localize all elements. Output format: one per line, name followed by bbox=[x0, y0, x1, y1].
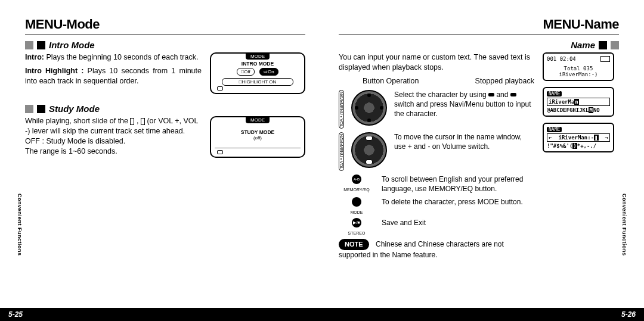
wheel-label-icon: NAVI•MENU • VOL bbox=[339, 132, 344, 171]
page-title-right: MENU-Name bbox=[339, 17, 619, 32]
mode-button-icon bbox=[352, 197, 361, 207]
divider bbox=[25, 35, 305, 35]
lcd-name-entry-2: NAME ←iRiverMan:-❚→ !"#$%&'()*+,-./ bbox=[543, 123, 614, 152]
play-button-icon: ▶/■ bbox=[352, 218, 361, 227]
button-operation-label: Button Operation bbox=[363, 76, 419, 86]
page-footer-right: 5-26 bbox=[322, 308, 644, 321]
ab-button-icon: A-B bbox=[352, 174, 361, 184]
nav-wheel-icon bbox=[351, 132, 387, 168]
memory-eq-label: MEMORY/EQ bbox=[343, 188, 369, 192]
section-name: Name bbox=[339, 40, 619, 50]
stereo-label: STEREO bbox=[348, 231, 366, 235]
lcd-name-entry-1: NAME iRiverMan @ABCDEFGHIJKLMNO bbox=[543, 87, 614, 117]
nav-wheel-icon bbox=[351, 90, 387, 126]
note-row: NOTE Chinese and Chinese characters are … bbox=[339, 239, 534, 260]
divider bbox=[339, 35, 619, 35]
section-intro-mode: Intro Mode bbox=[25, 40, 305, 50]
step-delete-char: To delete the character, press MODE butt… bbox=[382, 197, 534, 207]
page-title-left: MENU-Mode bbox=[25, 17, 305, 32]
section-marker-icon bbox=[599, 41, 607, 49]
section-study-mode: Study Mode bbox=[25, 104, 305, 114]
note-badge: NOTE bbox=[339, 239, 369, 250]
side-tab-left: Convenient Functions bbox=[17, 194, 23, 257]
section-marker-icon bbox=[37, 105, 45, 113]
step-move-cursor: To move the cursor in the name window, u… bbox=[394, 132, 534, 151]
section-marker-icon bbox=[611, 41, 619, 49]
lcd-playback: 001 02:04 Total 035 iRiverMan:-) bbox=[543, 52, 614, 81]
lcd-study-mode: MODE STUDY MODE (off) bbox=[210, 116, 305, 158]
side-tab-right: Convenient Functions bbox=[621, 194, 627, 257]
lcd-intro-mode: MODE INTRO MODE □Off ⇨On □HIGHLIGHT ON bbox=[210, 52, 305, 94]
stopped-playback-label: Stopped playback bbox=[475, 76, 534, 86]
name-intro-text: You can input your name or custom text. … bbox=[339, 52, 534, 73]
study-mode-text: While playing, short slide of the , (or … bbox=[25, 116, 202, 158]
section-marker-icon bbox=[37, 41, 45, 49]
step-scroll-lang: To scroll between English and your prefe… bbox=[382, 174, 534, 194]
wheel-label-icon: NAVI•MENU • VOL bbox=[339, 90, 344, 129]
page-footer-left: 5-25 bbox=[0, 308, 322, 321]
mode-label: MODE bbox=[351, 210, 363, 214]
step-select-char: Select the character by using and switch… bbox=[394, 90, 534, 119]
section-marker-icon bbox=[25, 105, 33, 113]
step-save-exit: Save and Exit bbox=[382, 218, 534, 227]
section-marker-icon bbox=[25, 41, 33, 49]
intro-mode-text: Intro: Plays the beginning 10 seconds of… bbox=[25, 52, 202, 94]
